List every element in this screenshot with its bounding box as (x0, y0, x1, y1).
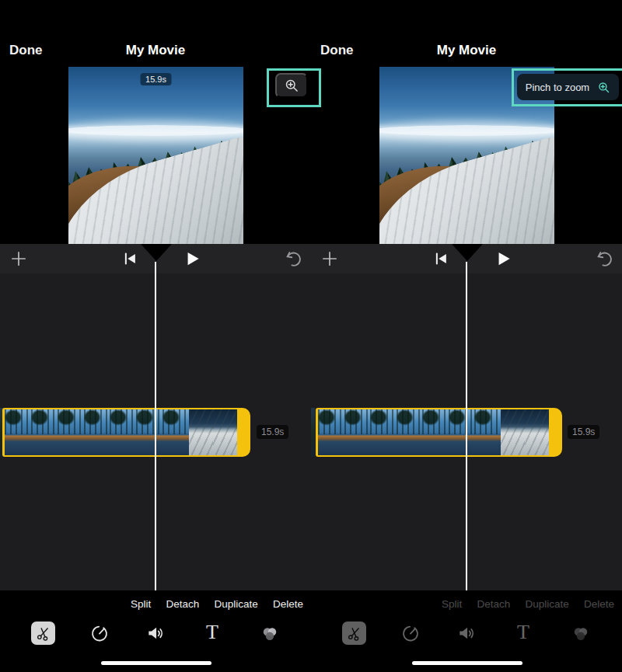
timeline[interactable]: 15.9s (311, 244, 622, 590)
speaker-icon (145, 623, 166, 643)
split-button[interactable]: Split (131, 598, 151, 610)
letter-t-icon: T (517, 621, 529, 644)
speed-tool-button[interactable] (89, 622, 110, 644)
filmstrip-frame-sky (449, 409, 475, 455)
adjacent-clip-edge[interactable] (311, 408, 315, 457)
split-tool-button[interactable] (342, 622, 366, 645)
clip-duration-label: 15.9s (568, 425, 599, 439)
filmstrip (318, 409, 549, 455)
overlapping-circles-icon (571, 624, 591, 644)
selected-video-clip[interactable] (2, 408, 250, 457)
speedometer-icon (89, 623, 110, 643)
imovie-screen-right: Done My Movie Pinch to zoom (311, 0, 622, 672)
add-media-button[interactable] (8, 246, 30, 271)
detach-button[interactable]: Detach (166, 598, 199, 610)
filmstrip-frame-sky (344, 409, 371, 455)
pinch-to-zoom-tooltip: Pinch to zoom (517, 74, 619, 100)
filmstrip-frame-sky (31, 409, 58, 455)
filmstrip-frame-snow (189, 409, 213, 455)
plus-icon (320, 249, 340, 269)
letter-t-icon: T (206, 621, 218, 644)
pinch-to-zoom-label: Pinch to zoom (526, 82, 589, 93)
undo-button[interactable] (593, 247, 615, 270)
filmstrip-frame-sky (136, 409, 162, 455)
play-icon (493, 249, 513, 269)
filmstrip (5, 409, 237, 455)
filmstrip-frame-sky (370, 409, 397, 455)
add-media-button[interactable] (319, 246, 341, 271)
clip-action-menu: Split Detach Duplicate Delete (442, 598, 614, 610)
filmstrip-frame-sky (422, 409, 449, 455)
trim-handle-right[interactable] (549, 408, 562, 457)
filmstrip-frame-sky (318, 409, 344, 455)
plus-icon (9, 249, 29, 269)
photo-cloud-layer (68, 125, 243, 136)
home-indicator[interactable] (412, 661, 522, 665)
zoom-in-icon (597, 81, 610, 94)
filters-tool-button[interactable] (570, 623, 592, 645)
text-tool-button[interactable]: T (512, 621, 534, 644)
highlight-box: Pinch to zoom (512, 68, 622, 106)
photo-cloud-layer (379, 125, 554, 136)
overlapping-circles-icon (260, 624, 280, 644)
filmstrip-frame-snow (525, 409, 549, 455)
volume-tool-button[interactable] (145, 622, 166, 644)
skip-to-start-button[interactable] (119, 248, 141, 270)
play-icon (182, 249, 202, 269)
zoom-in-icon (284, 78, 299, 93)
delete-button[interactable]: Delete (273, 598, 303, 610)
clip-duration-label: 15.9s (257, 425, 288, 439)
filmstrip-frame-sky (110, 409, 136, 455)
skip-back-icon (432, 250, 449, 267)
page-title: My Movie (0, 43, 311, 58)
timeline[interactable]: 15.9s (0, 244, 311, 590)
playhead[interactable] (466, 262, 467, 590)
filmstrip-frame-snow (213, 409, 237, 455)
imovie-screen-left: Done My Movie 15.9s (0, 0, 311, 672)
skip-back-icon (121, 250, 138, 267)
selected-video-clip[interactable] (316, 408, 562, 457)
text-tool-button[interactable]: T (201, 621, 223, 644)
playhead-notch (452, 244, 483, 261)
playhead-notch (141, 244, 172, 261)
filmstrip-frame-sky (474, 409, 501, 455)
filmstrip-frame-sky (84, 409, 110, 455)
highlight-box (267, 68, 321, 107)
scissors-icon (346, 625, 363, 642)
speed-tool-button[interactable] (400, 622, 421, 644)
detach-button[interactable]: Detach (477, 598, 510, 610)
filmstrip-frame-sky (397, 409, 423, 455)
filmstrip-frame-sky (162, 409, 189, 455)
home-indicator[interactable] (101, 661, 211, 665)
split-tool-button[interactable] (31, 622, 55, 645)
video-preview[interactable]: 15.9s (68, 67, 243, 244)
undo-arrow-icon (594, 249, 614, 269)
filmstrip-frame-snow (501, 409, 525, 455)
duplicate-button[interactable]: Duplicate (214, 598, 257, 610)
skip-to-start-button[interactable] (430, 248, 452, 270)
speedometer-icon (400, 623, 421, 643)
scissors-icon (35, 625, 52, 642)
preview-duration-badge: 15.9s (140, 73, 172, 85)
undo-arrow-icon (283, 249, 303, 269)
delete-button[interactable]: Delete (584, 598, 614, 610)
zoom-button[interactable] (275, 73, 308, 98)
imovie-dual-screenshot: Done My Movie 15.9s (0, 0, 622, 672)
trim-handle-right[interactable] (237, 408, 250, 457)
duplicate-button[interactable]: Duplicate (525, 598, 568, 610)
speaker-icon (456, 623, 477, 643)
filters-tool-button[interactable] (259, 623, 281, 645)
filmstrip-frame-sky (5, 409, 31, 455)
volume-tool-button[interactable] (456, 622, 477, 644)
play-button[interactable] (491, 246, 515, 271)
filmstrip-frame-sky (58, 409, 84, 455)
playhead[interactable] (155, 262, 156, 590)
split-button[interactable]: Split (442, 598, 462, 610)
undo-button[interactable] (282, 247, 304, 270)
play-button[interactable] (180, 246, 204, 271)
page-title: My Movie (311, 43, 622, 58)
clip-action-menu: Split Detach Duplicate Delete (131, 598, 303, 610)
